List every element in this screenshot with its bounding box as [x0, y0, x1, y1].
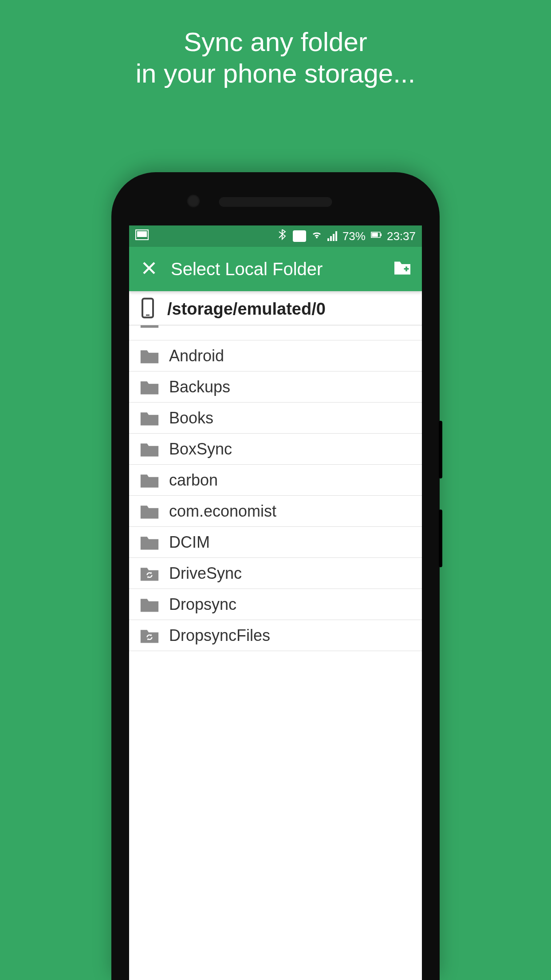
- phone-screen: 73% 23:37 Select Local Folder: [129, 225, 422, 980]
- lock-icon: [293, 230, 306, 242]
- folder-icon: [140, 596, 159, 613]
- folder-row[interactable]: Books: [129, 403, 422, 434]
- folder-list[interactable]: amazonAndroidBackupsBooksBoxSynccarbonco…: [129, 325, 422, 980]
- battery-icon: [371, 229, 382, 243]
- phone-camera: [187, 194, 200, 208]
- folder-icon: [140, 348, 159, 364]
- folder-row[interactable]: carbon: [129, 465, 422, 496]
- new-folder-icon: [393, 270, 412, 277]
- status-bar: 73% 23:37: [129, 225, 422, 247]
- status-time: 23:37: [387, 229, 416, 243]
- folder-icon: [140, 441, 159, 458]
- folder-icon: [140, 472, 159, 489]
- folder-label: carbon: [169, 471, 218, 490]
- folder-label: Android: [169, 347, 224, 365]
- folder-label: DropsyncFiles: [169, 626, 270, 645]
- folder-row[interactable]: Dropsync: [129, 589, 422, 620]
- folder-row[interactable]: DCIM: [129, 527, 422, 558]
- folder-row[interactable]: DropsyncFiles: [129, 620, 422, 651]
- folder-icon: [140, 503, 159, 520]
- close-button[interactable]: [139, 259, 159, 279]
- folder-row[interactable]: Android: [129, 340, 422, 371]
- phone-speaker: [219, 197, 332, 207]
- folder-icon: [140, 325, 159, 329]
- app-bar-title: Select Local Folder: [171, 259, 393, 279]
- folder-label: DCIM: [169, 533, 210, 552]
- folder-label: com.economist: [169, 502, 276, 521]
- phone-frame: 73% 23:37 Select Local Folder: [111, 172, 440, 980]
- folder-row[interactable]: DriveSync: [129, 558, 422, 589]
- folder-sync-icon: [140, 565, 159, 582]
- folder-row[interactable]: com.economist: [129, 496, 422, 527]
- close-icon: [141, 260, 157, 278]
- folder-icon: [140, 379, 159, 395]
- new-folder-button[interactable]: [393, 260, 412, 278]
- folder-icon: [140, 410, 159, 427]
- app-bar: Select Local Folder: [129, 247, 422, 291]
- svg-rect-4: [381, 233, 382, 236]
- folder-label: Dropsync: [169, 595, 236, 614]
- folder-label: DriveSync: [169, 564, 242, 583]
- bluetooth-icon: [277, 229, 287, 243]
- folder-sync-icon: [140, 627, 159, 644]
- screenshot-indicator-icon: [135, 229, 149, 243]
- folder-label: BoxSync: [169, 440, 232, 458]
- folder-icon: [140, 534, 159, 551]
- wifi-icon: [311, 229, 322, 243]
- svg-rect-3: [372, 233, 378, 237]
- folder-row[interactable]: Backups: [129, 371, 422, 403]
- path-row[interactable]: /storage/emulated/0: [129, 291, 422, 325]
- folder-label: Backups: [169, 378, 230, 396]
- battery-percent: 73%: [342, 229, 366, 243]
- folder-label: Books: [169, 409, 213, 427]
- svg-rect-1: [137, 231, 147, 237]
- folder-row[interactable]: BoxSync: [129, 434, 422, 465]
- status-right: 73% 23:37: [277, 229, 416, 243]
- promo-text: Sync any folder in your phone storage...: [0, 27, 551, 90]
- current-path: /storage/emulated/0: [167, 300, 326, 319]
- cell-signal-icon: [327, 231, 337, 241]
- phone-storage-icon: [140, 297, 156, 320]
- status-left: [135, 229, 149, 243]
- promo-line1: Sync any folder: [184, 27, 367, 57]
- promo-line2: in your phone storage...: [136, 59, 415, 88]
- folder-row[interactable]: amazon: [129, 325, 422, 340]
